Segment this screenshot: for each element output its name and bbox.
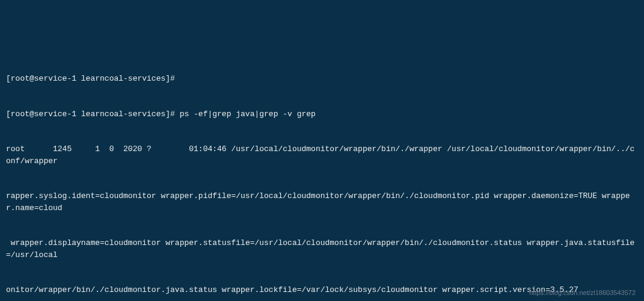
terminal-line: [root@service-1 learncoal-services]# [6,73,638,85]
terminal-line: wrapper.displayname=cloudmonitor wrapper… [6,237,638,261]
terminal-line: [root@service-1 learncoal-services]# ps … [6,108,638,120]
watermark-text: https://blog.csdn.net/zl18603543572 [529,288,636,298]
terminal-line: root 1245 1 0 2020 ? 01:04:46 /usr/local… [6,143,638,167]
terminal-output[interactable]: [root@service-1 learncoal-services]# [ro… [6,49,638,301]
terminal-line: rapper.syslog.ident=cloudmonitor wrapper… [6,190,638,214]
